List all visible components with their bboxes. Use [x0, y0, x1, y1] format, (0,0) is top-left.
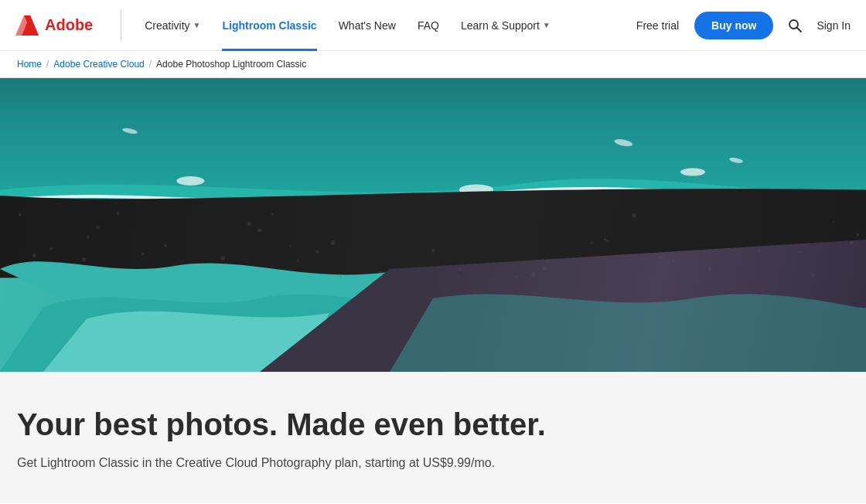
main-navigation: Adobe Creativity ▼ Lightroom Classic Wha… [0, 0, 866, 51]
breadcrumb-home[interactable]: Home [17, 59, 42, 70]
sign-in-link[interactable]: Sign In [817, 19, 851, 32]
nav-link-faq[interactable]: FAQ [407, 0, 450, 51]
buy-now-button[interactable]: Buy now [694, 12, 773, 39]
adobe-brand-name: Adobe [45, 16, 93, 34]
breadcrumb-sep-1: / [46, 59, 49, 70]
hero-canvas [0, 78, 866, 372]
nav-link-creativity[interactable]: Creativity ▼ [134, 0, 211, 51]
page-heading: Your best photos. Made even better. [17, 406, 849, 443]
nav-link-whats-new[interactable]: What's New [328, 0, 407, 51]
hero-image-container [0, 78, 866, 372]
adobe-logo-icon [15, 15, 39, 36]
nav-link-learn-support[interactable]: Learn & Support ▼ [450, 0, 561, 51]
search-button[interactable] [782, 13, 807, 38]
breadcrumb-current: Adobe Photoshop Lightroom Classic [156, 59, 306, 70]
nav-divider [121, 10, 121, 41]
content-section: Your best photos. Made even better. Get … [0, 372, 866, 503]
breadcrumb-creative-cloud[interactable]: Adobe Creative Cloud [53, 59, 144, 70]
adobe-logo-link[interactable]: Adobe [15, 15, 93, 36]
nav-links-container: Creativity ▼ Lightroom Classic What's Ne… [134, 0, 630, 51]
chevron-down-icon: ▼ [543, 21, 551, 29]
free-trial-link[interactable]: Free trial [630, 19, 685, 32]
chevron-down-icon: ▼ [193, 21, 201, 29]
nav-right-section: Free trial Buy now Sign In [630, 12, 851, 39]
svg-line-4 [797, 27, 802, 32]
breadcrumb-sep-2: / [149, 59, 152, 70]
page-subheading: Get Lightroom Classic in the Creative Cl… [17, 454, 849, 472]
nav-link-lightroom-classic[interactable]: Lightroom Classic [211, 0, 327, 51]
search-icon [787, 18, 803, 33]
breadcrumb: Home / Adobe Creative Cloud / Adobe Phot… [0, 51, 866, 78]
